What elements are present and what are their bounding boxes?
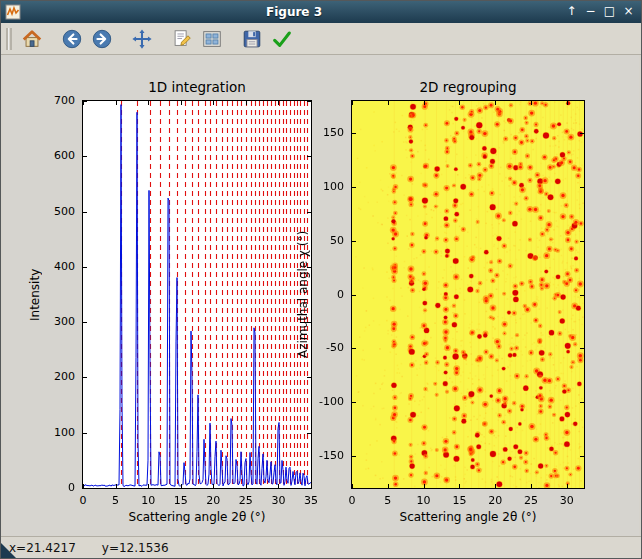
y-tick-label: 400 [39,260,75,273]
plot2d-title: 2D regrouping [351,79,585,95]
plot2d-xlabel: Scattering angle 2θ (°) [351,510,585,524]
cursor-x-readout: x=21.4217 [9,541,76,555]
home-icon [21,28,43,50]
save-icon [241,28,263,50]
close-button[interactable]: × [620,4,637,20]
home-button[interactable] [17,24,47,54]
y-tick-label: 200 [39,370,75,383]
x-tick-label: 30 [547,494,587,507]
y-tick-label: 50 [308,234,344,247]
y-tick-label: -150 [308,449,344,462]
y-tick-label: 0 [308,288,344,301]
pan-icon [131,28,153,50]
y-tick-label: 100 [308,180,344,193]
window-title: Figure 3 [25,5,563,19]
save-button[interactable] [237,24,267,54]
y-tick-label: 100 [39,426,75,439]
window-controls: ↑ − □ × [563,4,637,20]
back-button[interactable] [57,24,87,54]
configure-subplots-button[interactable] [197,24,227,54]
y-tick-label: 300 [39,315,75,328]
y-tick-label: 500 [39,205,75,218]
maximize-button[interactable]: □ [601,4,618,20]
x-tick-label: 20 [475,494,515,507]
figure-canvas-area: 1D integration 2D regrouping Intensity A… [3,55,639,536]
subplots-icon [201,28,223,50]
x-tick-label: 15 [439,494,479,507]
forward-button[interactable] [87,24,117,54]
back-icon [61,28,83,50]
y-tick-label: 0 [39,481,75,494]
matplotlib-icon [5,4,21,20]
plot2d-axes[interactable] [351,100,585,489]
y-tick-label: 600 [39,149,75,162]
x-tick-label: 10 [404,494,444,507]
plot1d-axes[interactable] [82,100,312,489]
forward-icon [91,28,113,50]
titlebar[interactable]: Figure 3 ↑ − □ × [1,1,641,23]
cursor-y-readout: y=12.1536 [102,541,169,555]
toolbar [1,23,641,55]
y-tick-label: 700 [39,94,75,107]
keep-above-button[interactable]: ↑ [563,4,580,20]
edit-icon [171,28,193,50]
x-tick-label: 0 [332,494,372,507]
accept-button[interactable] [267,24,297,54]
pan-button[interactable] [127,24,157,54]
minimize-button[interactable]: − [582,4,599,20]
x-tick-label: 5 [368,494,408,507]
plot1d-xlabel: Scattering angle 2θ (°) [82,510,312,524]
x-tick-label: 25 [511,494,551,507]
plot1d-title: 1D integration [82,79,312,95]
toolbar-handle[interactable] [6,28,12,50]
check-icon [271,28,293,50]
statusbar: x=21.4217 y=12.1536 [1,536,641,558]
resize-grip[interactable] [1,543,16,558]
y-tick-label: -50 [308,341,344,354]
edit-button[interactable] [167,24,197,54]
y-tick-label: 150 [308,126,344,139]
y-tick-label: -100 [308,395,344,408]
figure-window: Figure 3 ↑ − □ × 1D integration 2D regro… [0,0,642,559]
x-tick-label: 35 [291,494,331,507]
